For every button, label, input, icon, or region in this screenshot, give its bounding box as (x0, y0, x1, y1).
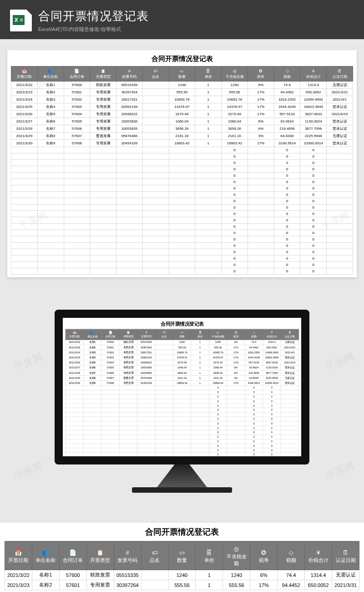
header-icon: 📋 (120, 331, 136, 334)
column-header: 🗄单价 (191, 329, 209, 340)
table-cell (11, 236, 38, 243)
invoice-table: 📅开票日期👥单位名称📄合同订单📋开票类型#发票号码🏷品名▭数量🗄单价◎不含税金额… (5, 541, 359, 590)
table-cell (101, 439, 119, 444)
table-cell (137, 390, 155, 395)
table-cell: 1816.2392 (245, 350, 263, 355)
table-cell (191, 413, 209, 417)
table-cell (137, 448, 155, 453)
table-cell: 2021/4/1 (327, 96, 353, 103)
column-header: 🗓认证日期 (332, 541, 359, 570)
table-row-empty: 000 (11, 166, 353, 173)
column-header: ✪税率 (227, 329, 245, 340)
table-cell: 名称9 (37, 140, 64, 147)
table-cell: 2021/3/26 (11, 111, 38, 118)
table-row-empty: 000 (11, 173, 353, 179)
table-cell: 219.4956 (274, 125, 300, 133)
table-cell: 0 (245, 448, 263, 453)
table-cell (142, 230, 169, 236)
table-cell: 0 (300, 166, 327, 173)
column-header: 📄合同订单 (64, 66, 90, 82)
table-row-empty: 000 (66, 408, 299, 413)
table-cell (11, 230, 38, 236)
table-cell: 1816.2392 (274, 96, 300, 103)
table-cell (90, 160, 116, 166)
header-label: 单位名称 (43, 75, 58, 79)
table-cell: 17% (248, 140, 274, 147)
table-cell: 2021/3/28 (66, 370, 83, 375)
table-cell: 0 (245, 444, 263, 448)
header-label: 数量 (177, 557, 187, 563)
table-cell (173, 457, 191, 462)
table-cell: 0 (222, 147, 248, 153)
table-cell (155, 403, 173, 408)
table-cell (281, 439, 298, 444)
table-cell (66, 453, 83, 457)
table-cell (169, 160, 195, 166)
header-icon: 📋 (88, 550, 113, 556)
column-header: ¥价税合计 (305, 541, 332, 570)
table-cell (173, 386, 191, 390)
table-cell (116, 160, 143, 166)
table-cell: 3279.49 (222, 111, 248, 118)
table-cell (101, 386, 119, 390)
table-cell (119, 399, 137, 403)
table-cell (37, 255, 64, 262)
table-cell: 0 (263, 453, 281, 457)
table-cell: 0 (209, 457, 227, 462)
table-cell (116, 179, 143, 185)
table-cell (116, 211, 143, 217)
table-cell: 02892139 (116, 103, 143, 111)
table-cell: 557.5133 (274, 111, 300, 118)
table-cell (137, 430, 155, 435)
table-cell: 0 (300, 160, 327, 166)
table-cell: 2021/3/25 (11, 103, 38, 111)
header-label: 认证日期 (285, 335, 295, 338)
table-cell (11, 243, 38, 249)
header-icon: ◎ (210, 331, 226, 334)
table-cell (64, 217, 90, 224)
table-cell (90, 224, 116, 230)
table-cell (169, 192, 195, 198)
table-cell (119, 448, 137, 453)
column-header: ◇税额 (245, 329, 263, 340)
table-cell: 1240 (173, 340, 191, 345)
header-icon: 📄 (65, 69, 89, 73)
table-cell: 名称5 (83, 360, 101, 365)
table-cell: 暂未认证 (281, 370, 298, 375)
table-cell: 0 (209, 453, 227, 457)
table-cell (191, 448, 209, 453)
table-row: 2021/3/26名称557604专用发票226982223279.491327… (11, 111, 353, 118)
table-cell: 1 (191, 345, 209, 350)
product-subtitle: Excel/A4打印/内容随意修改/自带格式 (38, 26, 149, 33)
table-cell (101, 417, 119, 421)
table-cell: 名称8 (37, 133, 64, 140)
table-cell: 2021/3/28 (11, 125, 38, 133)
table-cell (155, 355, 173, 360)
table-cell (90, 192, 116, 198)
table-cell: 0 (274, 185, 300, 192)
table-cell: 10683.76 (209, 350, 227, 355)
table-cell (142, 249, 169, 255)
table-cell (155, 350, 173, 355)
header-icon: 📄 (102, 331, 119, 334)
column-header: 📋开票类型 (86, 541, 114, 570)
table-cell (169, 166, 195, 173)
table-cell (248, 236, 274, 243)
table-cell: 1314.4 (300, 82, 327, 89)
table-cell (281, 435, 298, 439)
table-cell: 57603 (101, 355, 119, 360)
table-cell: 05515335 (116, 82, 143, 89)
table-cell (119, 413, 137, 417)
table-cell (142, 179, 169, 185)
table-cell: 3% (227, 375, 245, 380)
table-cell: 0 (274, 268, 300, 275)
table-cell: 17% (227, 345, 245, 350)
table-cell (116, 243, 143, 249)
table-cell (227, 399, 245, 403)
table-cell (191, 426, 209, 430)
table-cell (227, 430, 245, 435)
header-icon: ◇ (278, 550, 303, 556)
table-cell: 22000.0014 (300, 140, 327, 147)
table-cell: 0 (274, 166, 300, 173)
table-cell: 0 (274, 179, 300, 185)
